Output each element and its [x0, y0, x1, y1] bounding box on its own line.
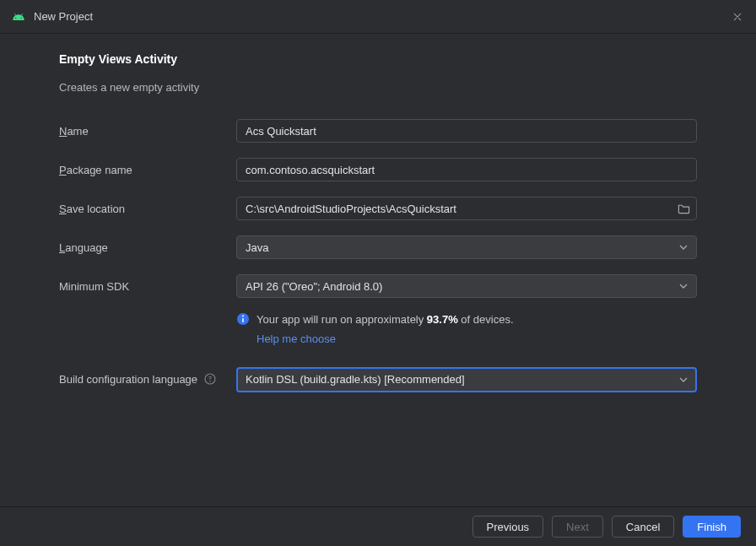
- min-sdk-value: API 26 ("Oreo"; Android 8.0): [246, 280, 382, 293]
- page-description: Creates a new empty activity: [59, 81, 697, 94]
- min-sdk-select[interactable]: API 26 ("Oreo"; Android 8.0): [236, 274, 697, 298]
- row-package: Package name: [59, 158, 697, 181]
- sdk-info-row: Your app will run on approximately 93.7%…: [236, 311, 697, 349]
- android-logo-icon: [12, 10, 25, 24]
- chevron-down-icon: [679, 243, 688, 251]
- save-location-input[interactable]: [236, 197, 697, 220]
- label-name: Name: [59, 125, 236, 138]
- row-name: Name: [59, 119, 697, 143]
- name-input[interactable]: [236, 119, 697, 143]
- page-title: Empty Views Activity: [59, 52, 697, 66]
- build-lang-value: Kotlin DSL (build.gradle.kts) [Recommend…: [246, 373, 465, 386]
- language-select[interactable]: Java: [236, 235, 697, 259]
- help-icon[interactable]: [204, 373, 216, 385]
- title-bar: New Project: [0, 0, 756, 34]
- info-icon: [236, 312, 250, 326]
- svg-rect-1: [242, 318, 244, 322]
- dialog-footer: Previous Next Cancel Finish: [0, 506, 756, 546]
- package-input[interactable]: [236, 158, 697, 181]
- row-save-location: Save location: [59, 197, 697, 220]
- row-min-sdk: Minimum SDK API 26 ("Oreo"; Android 8.0): [59, 274, 697, 298]
- window-title: New Project: [34, 10, 93, 23]
- label-package: Package name: [59, 164, 236, 176]
- label-build-lang: Build configuration language: [59, 373, 236, 386]
- label-min-sdk: Minimum SDK: [59, 280, 236, 293]
- next-button: Next: [552, 516, 603, 538]
- row-language: Language Java: [59, 235, 697, 259]
- dialog-content: Empty Views Activity Creates a new empty…: [0, 34, 756, 506]
- sdk-info-text: Your app will run on approximately 93.7%…: [256, 311, 514, 349]
- language-value: Java: [246, 241, 268, 254]
- help-me-choose-link[interactable]: Help me choose: [256, 331, 336, 349]
- label-language: Language: [59, 241, 236, 254]
- chevron-down-icon: [679, 282, 688, 290]
- label-save-location: Save location: [59, 203, 236, 215]
- chevron-down-icon: [679, 376, 688, 384]
- cancel-button[interactable]: Cancel: [612, 516, 674, 538]
- build-lang-select[interactable]: Kotlin DSL (build.gradle.kts) [Recommend…: [236, 367, 697, 392]
- finish-button[interactable]: Finish: [683, 516, 741, 538]
- row-build-lang: Build configuration language Kotlin DSL …: [59, 367, 697, 392]
- previous-button[interactable]: Previous: [472, 516, 544, 538]
- close-icon[interactable]: [731, 10, 744, 24]
- browse-folder-icon[interactable]: [677, 202, 690, 215]
- svg-point-2: [242, 316, 244, 317]
